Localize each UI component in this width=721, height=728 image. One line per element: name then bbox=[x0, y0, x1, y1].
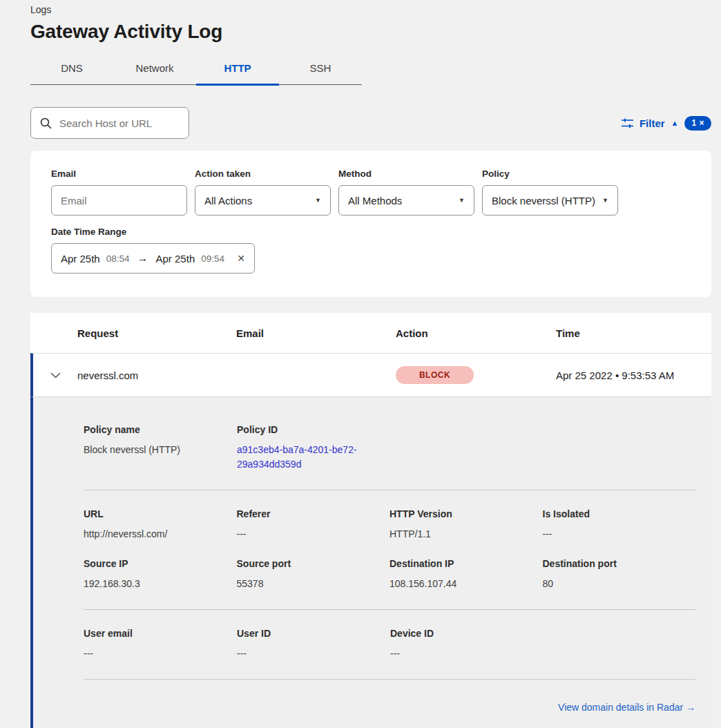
policy-label: Policy bbox=[482, 169, 618, 179]
policy-id-link[interactable]: a91c3eb4-ba7a-4201-be72-29a934dd359d bbox=[237, 443, 372, 472]
end-date[interactable]: Apr 25th bbox=[156, 253, 195, 265]
search-input[interactable] bbox=[58, 117, 180, 130]
clear-date-range-icon[interactable]: ✕ bbox=[237, 253, 245, 264]
divider bbox=[84, 490, 695, 490]
detail-policy-id: Policy ID a91c3eb4-ba7a-4201-be72-29a934… bbox=[237, 424, 390, 472]
arrow-right-icon: → bbox=[136, 252, 150, 265]
start-date[interactable]: Apr 25th bbox=[61, 253, 100, 265]
gateway-activity-page: Logs Gateway Activity Log DNS Network HT… bbox=[0, 0, 721, 728]
detail-referer: Referer --- bbox=[237, 508, 390, 542]
filter-field-method: Method All Methods ▼ bbox=[338, 169, 474, 215]
search-box[interactable] bbox=[30, 107, 189, 139]
filter-count-badge[interactable]: 1 × bbox=[684, 116, 711, 131]
tab-network[interactable]: Network bbox=[113, 54, 196, 84]
row-expander[interactable] bbox=[33, 372, 77, 379]
row-request: neverssl.com bbox=[77, 370, 236, 381]
chevron-up-icon: ▲ bbox=[671, 119, 679, 127]
date-range-picker[interactable]: Apr 25th 08:54 → Apr 25th 09:54 ✕ bbox=[51, 243, 255, 274]
block-status-badge: BLOCK bbox=[396, 366, 474, 384]
detail-user-id: User ID --- bbox=[237, 628, 390, 661]
filter-toggle-label: Filter bbox=[640, 117, 665, 129]
radar-link-row: View domain details in Radar → bbox=[84, 701, 695, 713]
start-time[interactable]: 08:54 bbox=[106, 253, 130, 264]
column-header-time: Time bbox=[556, 327, 711, 339]
detail-is-isolated: Is Isolated --- bbox=[543, 508, 696, 542]
column-header-request: Request bbox=[77, 327, 236, 339]
filter-field-policy: Policy Block neverssl (HTTP) ▼ bbox=[482, 169, 618, 215]
filter-sliders-icon bbox=[622, 118, 633, 128]
detail-destination-port: Destination port 80 bbox=[543, 558, 696, 591]
row-time: Apr 25 2022 • 9:53:53 AM bbox=[556, 370, 711, 381]
tab-bar: DNS Network HTTP SSH bbox=[30, 54, 362, 85]
chevron-down-icon: ▼ bbox=[459, 197, 465, 204]
action-taken-select[interactable]: All Actions ▼ bbox=[195, 185, 331, 215]
chevron-down-icon: ▼ bbox=[315, 197, 321, 204]
detail-destination-ip: Destination IP 108.156.107.44 bbox=[390, 558, 543, 591]
row-action: BLOCK bbox=[396, 366, 556, 384]
policy-value: Block neverssl (HTTP) bbox=[492, 195, 595, 207]
method-value: All Methods bbox=[348, 195, 402, 207]
email-filter-label: Email bbox=[51, 169, 187, 179]
filter-field-email: Email bbox=[51, 169, 187, 215]
detail-url: URL http://neverssl.com/ bbox=[84, 508, 237, 542]
action-taken-value: All Actions bbox=[204, 195, 252, 207]
filter-panel: Email Action taken All Actions ▼ Method … bbox=[30, 151, 711, 297]
chevron-down-icon: ▼ bbox=[602, 197, 608, 204]
breadcrumb[interactable]: Logs bbox=[30, 4, 711, 15]
tab-http[interactable]: HTTP bbox=[196, 54, 279, 84]
detail-user-email: User email --- bbox=[84, 628, 237, 661]
detail-http-version: HTTP Version HTTP/1.1 bbox=[390, 508, 543, 542]
view-domain-details-radar-link[interactable]: View domain details in Radar → bbox=[558, 702, 695, 713]
filter-toggle[interactable]: Filter ▲ 1 × bbox=[622, 116, 711, 131]
table-header: Request Email Action Time bbox=[30, 313, 711, 353]
email-filter-input[interactable] bbox=[51, 185, 187, 215]
column-header-email: Email bbox=[236, 327, 396, 339]
column-header-action: Action bbox=[396, 327, 556, 339]
chevron-down-icon bbox=[50, 372, 61, 379]
detail-source-ip: Source IP 192.168.30.3 bbox=[84, 558, 237, 591]
search-icon bbox=[40, 117, 52, 129]
table-row[interactable]: neverssl.com BLOCK Apr 25 2022 • 9:53:53… bbox=[30, 353, 711, 396]
detail-policy-name: Policy name Block neverssl (HTTP) bbox=[84, 424, 237, 472]
toolbar: Filter ▲ 1 × bbox=[30, 107, 711, 139]
tab-dns[interactable]: DNS bbox=[30, 54, 113, 84]
divider bbox=[84, 679, 695, 680]
date-range-label: Date Time Range bbox=[51, 227, 691, 237]
detail-source-port: Source port 55378 bbox=[237, 558, 390, 591]
divider bbox=[84, 609, 695, 610]
filter-field-date-range: Date Time Range Apr 25th 08:54 → Apr 25t… bbox=[51, 227, 691, 274]
page-title: Gateway Activity Log bbox=[30, 21, 711, 43]
tab-ssh[interactable]: SSH bbox=[279, 54, 362, 84]
end-time[interactable]: 09:54 bbox=[201, 253, 224, 264]
method-label: Method bbox=[338, 169, 474, 179]
detail-device-id: Device ID --- bbox=[390, 628, 544, 661]
policy-select[interactable]: Block neverssl (HTTP) ▼ bbox=[482, 185, 618, 215]
log-table: Request Email Action Time neverssl.com B… bbox=[30, 313, 711, 728]
action-taken-label: Action taken bbox=[195, 169, 331, 179]
method-select[interactable]: All Methods ▼ bbox=[338, 185, 474, 215]
filter-field-action-taken: Action taken All Actions ▼ bbox=[195, 169, 331, 215]
row-details-panel: Policy name Block neverssl (HTTP) Policy… bbox=[30, 396, 711, 728]
